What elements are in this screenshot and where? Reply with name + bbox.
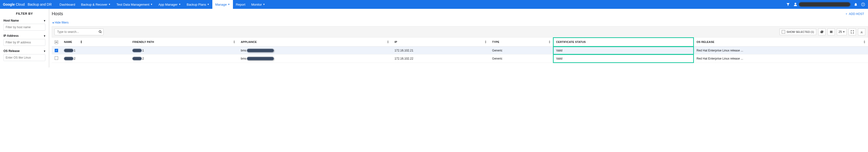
cell-name: 1	[64, 49, 126, 52]
svg-rect-4	[830, 31, 831, 33]
logo-section: Google Cloud Backup and DR	[3, 2, 52, 6]
product-name: Backup and DR	[28, 2, 52, 6]
cell-ip: 172.16.102.22	[392, 54, 489, 63]
cell-os-release: Red Hat Enterprise Linux release ...	[694, 54, 868, 63]
hosts-table: NAME ▲▼ FRIENDLY PATH ▲▼ APPLIANCE ▲▼ IP…	[52, 37, 868, 63]
cell-appliance: bms	[241, 57, 389, 60]
page-title: Hosts	[52, 11, 63, 17]
bell-icon[interactable]	[854, 2, 858, 6]
nav-test-data-mgmt[interactable]: Test Data Management▼	[114, 0, 155, 9]
table-toolbar: SHOW SELECTED (1) 25 ▼	[52, 26, 868, 37]
add-host-button[interactable]: ＋ ADD HOST	[845, 12, 864, 16]
nav-backup-plans[interactable]: Backup Plans▼	[184, 0, 212, 9]
user-icon	[794, 2, 797, 6]
sort-icon: ▲▼	[233, 40, 236, 43]
cell-friendly-path: 1	[132, 49, 235, 52]
caret-down-icon: ▾	[44, 19, 45, 22]
show-selected-button[interactable]: SHOW SELECTED (1)	[779, 29, 816, 35]
cell-appliance: bms	[241, 49, 389, 52]
col-ip[interactable]: IP ▲▼	[392, 37, 489, 47]
user-name-redacted	[799, 2, 850, 7]
user-chip[interactable]	[794, 2, 850, 7]
row-checkbox[interactable]	[55, 49, 58, 52]
row-checkbox[interactable]	[55, 56, 58, 60]
columns-button[interactable]	[828, 28, 835, 35]
filter-input-host-name[interactable]	[3, 24, 45, 31]
hide-filters-link[interactable]: ◂ Hide filters	[52, 21, 69, 24]
refresh-icon	[820, 30, 824, 34]
nav-backup-recover[interactable]: Backup & Recover▼	[78, 0, 114, 9]
filter-by-heading: FILTER BY	[3, 12, 45, 16]
col-name[interactable]: NAME ▲▼	[61, 37, 129, 47]
col-appliance[interactable]: APPLIANCE ▲▼	[238, 37, 392, 47]
table-row[interactable]: 2 2 bms 172.16.102.22 Generic Valid Red …	[52, 54, 868, 63]
nav-report[interactable]: Report	[233, 0, 248, 9]
refresh-button[interactable]	[818, 28, 826, 35]
nav-dashboard[interactable]: Dashboard	[57, 0, 78, 9]
search-input[interactable]	[55, 28, 103, 35]
select-all-checkbox[interactable]	[55, 40, 58, 44]
col-os-release[interactable]: OS RELEASE ▲▼	[694, 37, 868, 47]
svg-point-2	[99, 31, 101, 33]
chevron-down-icon: ▼	[150, 3, 153, 6]
sort-icon: ▲▼	[80, 40, 83, 43]
columns-icon	[830, 30, 833, 34]
filter-group-os-release: OS Release ▾	[3, 49, 45, 61]
cell-name: 2	[64, 57, 126, 60]
chevron-down-icon: ▼	[263, 3, 265, 6]
plus-icon: ＋	[845, 12, 848, 16]
checkbox-icon	[782, 30, 785, 34]
header-checkbox-cell	[52, 37, 61, 47]
nav-monitor[interactable]: Monitor▼	[248, 0, 268, 9]
chevron-down-icon: ▼	[179, 3, 181, 6]
filter-toggle-host-name[interactable]: Host Name ▾	[3, 19, 45, 22]
download-button[interactable]	[858, 28, 865, 35]
filter-sidebar: FILTER BY Host Name ▾ IP Address ▾ OS Re…	[0, 9, 49, 67]
filter-toggle-ip-address[interactable]: IP Address ▾	[3, 34, 45, 37]
page-size-selector[interactable]: 25 ▼	[837, 28, 847, 35]
caret-down-icon: ▾	[44, 34, 45, 37]
fullscreen-icon	[850, 30, 854, 34]
search-icon[interactable]	[99, 30, 102, 34]
cell-certificate-status: Valid	[553, 54, 694, 63]
filter-input-os-release[interactable]	[3, 54, 45, 61]
download-icon	[860, 30, 863, 34]
filter-input-ip-address[interactable]	[3, 39, 45, 46]
top-nav-bar: Google Cloud Backup and DR Dashboard Bac…	[0, 0, 868, 9]
svg-line-3	[101, 32, 101, 33]
google-cloud-logo: Google Cloud	[3, 2, 25, 6]
nav-manage[interactable]: Manage▼	[212, 0, 233, 9]
cell-ip: 172.16.102.21	[392, 47, 489, 54]
chevron-down-icon: ▼	[207, 3, 209, 6]
sort-icon: ▲▼	[863, 40, 866, 43]
svg-text:?: ?	[862, 3, 864, 6]
nav-app-manager[interactable]: App Manager▼	[155, 0, 184, 9]
col-type[interactable]: TYPE ▲▼	[489, 37, 553, 47]
cell-certificate-status: Valid	[553, 47, 694, 54]
col-certificate-status[interactable]: CERTIFICATE STATUS	[553, 37, 694, 47]
topbar-right: ?	[786, 2, 865, 7]
caret-down-icon: ▾	[44, 50, 45, 53]
table-row[interactable]: 1 1 bms 172.16.102.21 Generic Valid Red …	[52, 47, 868, 54]
col-friendly-path[interactable]: FRIENDLY PATH ▲▼	[129, 37, 238, 47]
sort-icon: ▲▼	[549, 40, 551, 43]
filter-toggle-os-release[interactable]: OS Release ▾	[3, 49, 45, 53]
fullscreen-button[interactable]	[849, 28, 856, 35]
filter-group-host-name: Host Name ▾	[3, 19, 45, 31]
cell-friendly-path: 2	[132, 57, 235, 60]
chevron-down-icon: ▼	[843, 31, 845, 33]
cell-type: Generic	[489, 47, 553, 54]
filter-funnel-icon[interactable]	[786, 2, 790, 6]
help-icon[interactable]: ?	[861, 2, 865, 6]
chevron-down-icon: ▼	[228, 3, 230, 6]
svg-rect-6	[832, 31, 832, 33]
chevron-left-icon: ◂	[52, 21, 54, 24]
cell-os-release: Red Hat Enterprise Linux release ...	[694, 47, 868, 54]
sort-icon: ▲▼	[485, 40, 487, 43]
content-area: Hosts ＋ ADD HOST ◂ Hide filters SHOW SEL…	[49, 9, 868, 67]
svg-rect-5	[831, 31, 832, 33]
filter-group-ip-address: IP Address ▾	[3, 34, 45, 46]
nav-items: Dashboard Backup & Recover▼ Test Data Ma…	[57, 0, 268, 9]
sort-icon: ▲▼	[387, 40, 389, 43]
chevron-down-icon: ▼	[108, 3, 111, 6]
